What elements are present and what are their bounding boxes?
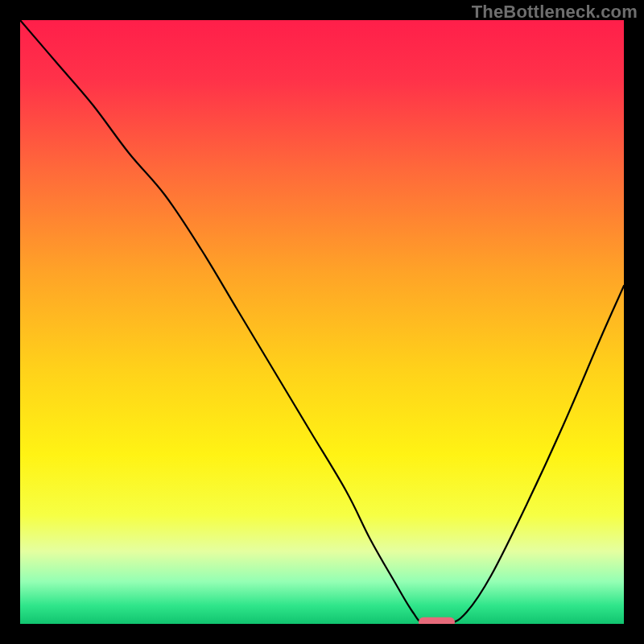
plot-area bbox=[20, 20, 624, 624]
gradient-background bbox=[20, 20, 624, 624]
chart-frame: TheBottleneck.com bbox=[0, 0, 644, 644]
bottleneck-chart bbox=[20, 20, 624, 624]
optimal-range-marker bbox=[419, 617, 455, 624]
